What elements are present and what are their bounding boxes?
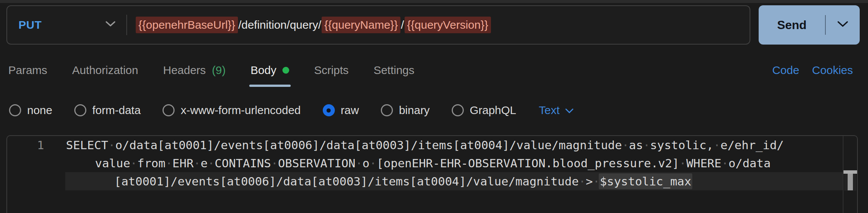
code-link[interactable]: Code — [772, 64, 799, 77]
scrollbar-track-divider — [843, 136, 843, 213]
tab-authorization[interactable]: Authorization — [72, 49, 138, 91]
send-button[interactable]: Send — [759, 5, 825, 45]
url-input[interactable]: {{openehrBaseUrl}}/definition/query/{{qu… — [127, 17, 750, 33]
tab-body[interactable]: Body — [251, 49, 289, 91]
url-variable: {{queryVersion}} — [405, 17, 491, 33]
radio-button-icon — [163, 104, 175, 116]
request-links: Code Cookies — [772, 49, 853, 91]
body-type-options: none form-data x-www-form-urlencoded raw… — [9, 94, 574, 126]
send-button-group: Send — [759, 5, 860, 45]
cookies-link[interactable]: Cookies — [812, 64, 853, 77]
radio-button-icon — [452, 104, 464, 116]
send-label: Send — [777, 18, 807, 32]
url-variable: {{queryName}} — [322, 17, 400, 33]
tab-settings[interactable]: Settings — [374, 49, 414, 91]
radio-button-icon — [74, 104, 86, 116]
body-modified-dot — [282, 67, 289, 74]
radio-none[interactable]: none — [9, 104, 52, 117]
url-path-segment: / — [401, 19, 404, 31]
code-line: 1 SELECT·o/data[at0001]/events[at0006]/d… — [7, 136, 857, 154]
request-bar: PUT {{openehrBaseUrl}}/definition/query/… — [6, 5, 750, 45]
radio-x-www-form-urlencoded[interactable]: x-www-form-urlencoded — [163, 104, 301, 117]
raw-format-selector[interactable]: Text — [539, 104, 574, 117]
send-options-button[interactable] — [826, 5, 860, 45]
top-edge-strip — [0, 0, 868, 3]
code-line: value·from·EHR·e·CONTAINS·OBSERVATION·o·… — [7, 154, 857, 172]
method-selector[interactable]: PUT — [7, 6, 126, 44]
radio-binary[interactable]: binary — [381, 104, 430, 117]
radio-button-selected-icon — [323, 104, 335, 116]
headers-count-badge: (9) — [212, 64, 226, 77]
method-label: PUT — [18, 19, 42, 31]
scrollbar-thumb[interactable] — [848, 174, 853, 190]
radio-form-data[interactable]: form-data — [74, 104, 141, 117]
chevron-down-icon — [105, 21, 116, 29]
tab-params[interactable]: Params — [8, 49, 47, 91]
url-variable: {{openehrBaseUrl}} — [136, 17, 238, 33]
active-tab-underline — [249, 85, 291, 87]
overview-cursor-marker — [843, 170, 857, 174]
highlighted-token: $systolic_max — [600, 174, 692, 188]
request-builder-panel: PUT {{openehrBaseUrl}}/definition/query/… — [0, 0, 868, 213]
tab-scripts[interactable]: Scripts — [314, 49, 349, 91]
radio-button-icon — [9, 104, 21, 116]
line-number: 1 — [7, 136, 44, 154]
url-path-segment: /definition/query/ — [238, 19, 321, 31]
request-tabs: Params Authorization Headers(9) Body Scr… — [8, 49, 414, 91]
code-line-current: [at0001]/events[at0006]/data[at0003]/ite… — [7, 172, 857, 190]
radio-graphql[interactable]: GraphQL — [452, 104, 516, 117]
chevron-down-icon — [837, 21, 848, 29]
chevron-down-icon — [565, 104, 574, 117]
radio-raw[interactable]: raw — [323, 104, 359, 117]
body-code-editor[interactable]: 1 SELECT·o/data[at0001]/events[at0006]/d… — [6, 135, 858, 213]
radio-button-icon — [381, 104, 393, 116]
code-lines: 1 SELECT·o/data[at0001]/events[at0006]/d… — [7, 136, 857, 190]
tab-headers[interactable]: Headers(9) — [163, 49, 225, 91]
